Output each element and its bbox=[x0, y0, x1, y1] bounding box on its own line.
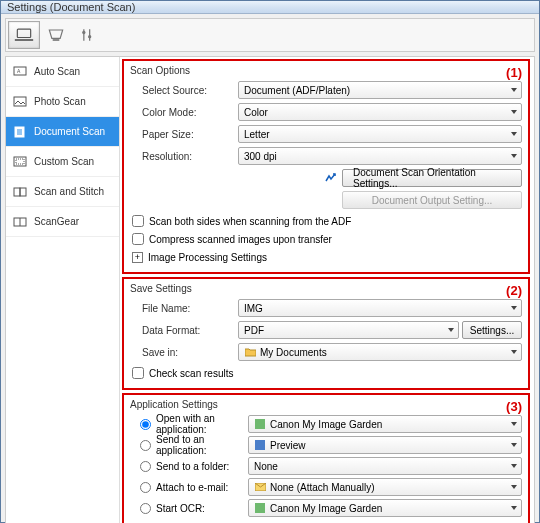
output-setting-button: Document Output Setting... bbox=[342, 191, 522, 209]
savein-label: Save in: bbox=[130, 347, 238, 358]
titlebar: Settings (Document Scan) bbox=[1, 1, 539, 14]
paper-size-dropdown[interactable]: Letter bbox=[238, 125, 522, 143]
filename-label: File Name: bbox=[130, 303, 238, 314]
sidebar-label: ScanGear bbox=[34, 216, 79, 227]
content: A Auto Scan Photo Scan Document Scan Cus… bbox=[1, 14, 539, 523]
document-scan-icon bbox=[12, 125, 28, 139]
start-ocr-dropdown[interactable]: Canon My Image Garden bbox=[248, 499, 522, 517]
orientation-settings-button[interactable]: Document Scan Orientation Settings... bbox=[342, 169, 522, 187]
mail-icon bbox=[254, 481, 266, 493]
general-settings-tab[interactable] bbox=[72, 21, 104, 49]
sidebar-item-scan-stitch[interactable]: Scan and Stitch bbox=[6, 177, 119, 207]
scangear-icon bbox=[12, 215, 28, 229]
photo-scan-icon bbox=[12, 95, 28, 109]
savein-dropdown[interactable]: My Documents bbox=[238, 343, 522, 361]
preview-icon bbox=[254, 439, 266, 451]
settings-panel: (1) Scan Options Select Source: Document… bbox=[120, 57, 534, 523]
folder-icon bbox=[244, 346, 256, 358]
send-app-dropdown[interactable]: Preview bbox=[248, 436, 522, 454]
app-icon bbox=[254, 418, 266, 430]
send-folder-radio[interactable]: Send to a folder: bbox=[130, 461, 248, 472]
application-settings-section: (3) Application Settings Open with an ap… bbox=[122, 393, 530, 523]
preview-orientation-icon[interactable] bbox=[323, 171, 339, 185]
select-source-label: Select Source: bbox=[130, 85, 238, 96]
color-mode-dropdown[interactable]: Color bbox=[238, 103, 522, 121]
svg-rect-20 bbox=[255, 419, 265, 429]
sidebar-label: Scan and Stitch bbox=[34, 186, 104, 197]
resolution-label: Resolution: bbox=[130, 151, 238, 162]
scan-both-sides-checkbox[interactable]: Scan both sides when scanning from the A… bbox=[130, 212, 522, 230]
section-number-1: (1) bbox=[506, 65, 522, 80]
auto-scan-icon: A bbox=[12, 65, 28, 79]
open-app-dropdown[interactable]: Canon My Image Garden bbox=[248, 415, 522, 433]
image-processing-expander[interactable]: +Image Processing Settings bbox=[130, 248, 522, 266]
dataformat-label: Data Format: bbox=[130, 325, 238, 336]
filename-combo[interactable]: IMG bbox=[238, 299, 522, 317]
save-settings-section: (2) Save Settings File Name: IMG Data Fo… bbox=[122, 277, 530, 390]
dataformat-dropdown[interactable]: PDF bbox=[238, 321, 459, 339]
svg-rect-9 bbox=[14, 97, 26, 106]
section-number-3: (3) bbox=[506, 399, 522, 414]
scan-stitch-icon bbox=[12, 185, 28, 199]
svg-rect-15 bbox=[16, 159, 24, 164]
scan-options-section: (1) Scan Options Select Source: Document… bbox=[122, 59, 530, 274]
attach-email-dropdown[interactable]: None (Attach Manually) bbox=[248, 478, 522, 496]
color-mode-label: Color Mode: bbox=[130, 107, 238, 118]
select-source-dropdown[interactable]: Document (ADF/Platen) bbox=[238, 81, 522, 99]
paper-size-label: Paper Size: bbox=[130, 129, 238, 140]
svg-point-5 bbox=[82, 31, 85, 34]
svg-rect-21 bbox=[255, 440, 265, 450]
svg-rect-2 bbox=[53, 39, 60, 41]
svg-rect-17 bbox=[20, 188, 26, 196]
sidebar-label: Auto Scan bbox=[34, 66, 80, 77]
mode-toolbar bbox=[5, 18, 535, 52]
main-area: A Auto Scan Photo Scan Document Scan Cus… bbox=[5, 56, 535, 523]
svg-point-6 bbox=[88, 35, 91, 38]
plus-icon: + bbox=[132, 252, 143, 263]
format-settings-button[interactable]: Settings... bbox=[462, 321, 522, 339]
scan-from-computer-tab[interactable] bbox=[8, 21, 40, 49]
svg-rect-0 bbox=[17, 29, 30, 37]
section-title: Application Settings bbox=[130, 399, 522, 410]
window-title: Settings (Document Scan) bbox=[7, 1, 135, 13]
sidebar-label: Custom Scan bbox=[34, 156, 94, 167]
compress-images-checkbox[interactable]: Compress scanned images upon transfer bbox=[130, 230, 522, 248]
open-app-radio[interactable]: Open with an application: bbox=[130, 413, 248, 435]
section-title: Scan Options bbox=[130, 65, 522, 76]
sidebar: A Auto Scan Photo Scan Document Scan Cus… bbox=[6, 57, 120, 523]
svg-rect-16 bbox=[14, 188, 20, 196]
sidebar-label: Document Scan bbox=[34, 126, 105, 137]
sidebar-item-custom-scan[interactable]: Custom Scan bbox=[6, 147, 119, 177]
svg-rect-1 bbox=[15, 39, 33, 41]
start-ocr-radio[interactable]: Start OCR: bbox=[130, 503, 248, 514]
sidebar-item-scangear[interactable]: ScanGear bbox=[6, 207, 119, 237]
send-app-radio[interactable]: Send to an application: bbox=[130, 434, 248, 456]
custom-scan-icon bbox=[12, 155, 28, 169]
svg-text:A: A bbox=[17, 68, 21, 74]
check-scan-results-checkbox[interactable]: Check scan results bbox=[130, 364, 522, 382]
section-number-2: (2) bbox=[506, 283, 522, 298]
sidebar-item-document-scan[interactable]: Document Scan bbox=[6, 117, 119, 147]
sidebar-item-auto-scan[interactable]: A Auto Scan bbox=[6, 57, 119, 87]
section-title: Save Settings bbox=[130, 283, 522, 294]
sidebar-label: Photo Scan bbox=[34, 96, 86, 107]
scan-from-panel-tab[interactable] bbox=[40, 21, 72, 49]
send-folder-dropdown[interactable]: None bbox=[248, 457, 522, 475]
sidebar-item-photo-scan[interactable]: Photo Scan bbox=[6, 87, 119, 117]
svg-rect-23 bbox=[255, 503, 265, 513]
resolution-dropdown[interactable]: 300 dpi bbox=[238, 147, 522, 165]
app-icon bbox=[254, 502, 266, 514]
attach-email-radio[interactable]: Attach to e-mail: bbox=[130, 482, 248, 493]
settings-dialog: Settings (Document Scan) A Auto Scan bbox=[0, 0, 540, 523]
